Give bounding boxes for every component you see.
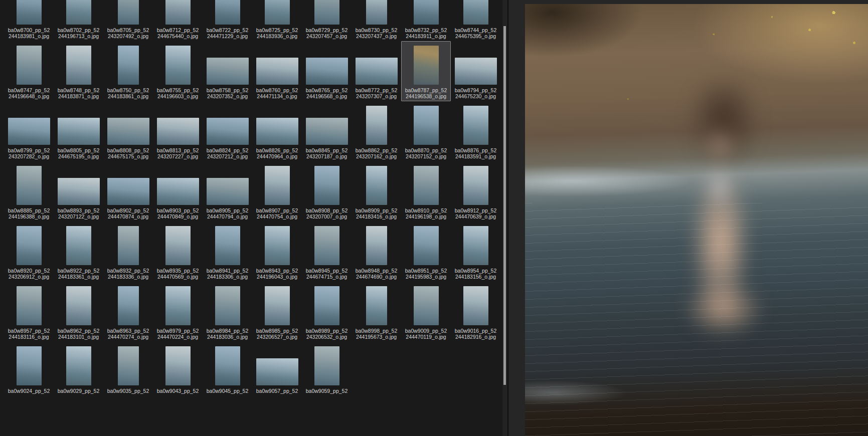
file-name-line1: ba0w8712_pp_52 [157, 27, 199, 33]
file-item[interactable]: ba0w8700_pp_52244183981_o.jpg [4, 0, 54, 41]
file-item[interactable]: ba0w8903_pp_52244470849_o.jpg [153, 161, 203, 222]
file-thumbnail [414, 286, 439, 325]
file-item[interactable]: ba0w8729_pp_52243207457_o.jpg [302, 0, 352, 41]
file-name-line1: ba0w8705_pp_52 [107, 27, 149, 33]
file-item[interactable]: ba0w8787_pp_52244196538_o.jpg [401, 41, 451, 101]
file-item[interactable]: ba0w8824_pp_52243207212_o.jpg [203, 101, 252, 161]
file-name-line2: 244182916_o.jpg [455, 334, 496, 340]
file-item[interactable]: ba0w8794_pp_52244675230_o.jpg [451, 41, 500, 101]
file-item[interactable]: ba0w8893_pp_52243207122_o.jpg [54, 161, 103, 222]
file-item[interactable]: ba0w8963_pp_52244470274_o.jpg [103, 282, 153, 342]
file-item[interactable]: ba0w8747_pp_52244196648_o.jpg [4, 41, 54, 101]
file-name-line1: ba0w8702_pp_52 [58, 27, 100, 33]
file-item[interactable]: ba0w8705_pp_52243207492_o.jpg [103, 0, 153, 41]
file-item[interactable]: ba0w8748_pp_52244183871_o.jpg [54, 41, 103, 101]
file-item[interactable]: ba0w8905_pp_52244470794_o.jpg [203, 161, 252, 222]
file-item[interactable]: ba0w8989_pp_52243206532_o.jpg [302, 282, 352, 342]
file-item[interactable]: ba0w8750_pp_52244183861_o.jpg [103, 41, 153, 101]
file-item[interactable]: ba0w8902_pp_52244470874_o.jpg [103, 161, 153, 222]
file-item[interactable]: ba0w8712_pp_52244675440_o.jpg [153, 0, 203, 41]
file-item[interactable]: ba0w8908_pp_52243207007_o.jpg [302, 161, 352, 222]
file-item[interactable]: ba0w8760_pp_52244471134_o.jpg [252, 41, 302, 101]
file-name-line2: 244195673_o.jpg [356, 334, 397, 340]
file-thumbnail [265, 166, 290, 205]
file-name-line1: ba0w8935_pp_52 [157, 268, 199, 274]
scrollbar-thumb[interactable] [503, 26, 506, 385]
file-item[interactable]: ba0w8755_pp_52244196603_o.jpg [153, 41, 203, 101]
file-item[interactable]: ba0w8826_pp_52244470964_o.jpg [252, 101, 302, 161]
file-item[interactable]: ba0w8948_pp_52244674690_o.jpg [352, 222, 401, 282]
file-item[interactable]: ba0w9045_pp_52244105528_o.jpg [203, 342, 252, 394]
file-item[interactable]: ba0w9043_pp_52244182786_o.jpg [153, 342, 203, 394]
file-item[interactable]: ba0w8945_pp_52244674715_o.jpg [302, 222, 352, 282]
file-name-line2: 243207187_o.jpg [306, 153, 347, 159]
file-item[interactable]: ba0w9029_pp_52243206362_o.jpg [54, 342, 103, 394]
file-item[interactable]: ba0w8985_pp_52243206527_o.jpg [252, 282, 302, 342]
file-item[interactable]: ba0w9059_pp_52243206222_o.jpg [302, 342, 352, 394]
file-name-line1: ba0w8805_pp_52 [58, 147, 100, 153]
file-item[interactable]: ba0w8702_pp_52244196713_o.jpg [54, 0, 103, 41]
file-item[interactable]: ba0w9035_pp_52244182806_o.jpg [103, 342, 153, 394]
file-name-line2: 244183116_o.jpg [9, 334, 49, 340]
file-item[interactable]: ba0w8957_pp_52244183116_o.jpg [4, 282, 54, 342]
file-name-line2: 243206532_o.jpg [306, 334, 347, 340]
file-name-line1: ba0w8750_pp_52 [107, 87, 149, 93]
file-item[interactable]: ba0w8765_pp_52244196568_o.jpg [302, 41, 352, 101]
file-item[interactable]: ba0w8805_pp_52244675195_o.jpg [54, 101, 103, 161]
file-item[interactable]: ba0w8885_pp_52244196388_o.jpg [4, 161, 54, 222]
file-item[interactable]: ba0w8962_pp_52244183101_o.jpg [54, 282, 103, 342]
file-item[interactable]: ba0w8920_pp_52243206912_o.jpg [4, 222, 54, 282]
file-item[interactable]: ba0w8979_pp_52244470224_o.jpg [153, 282, 203, 342]
file-name-line1: ba0w8893_pp_52 [58, 207, 100, 213]
scrollbar[interactable] [502, 0, 507, 436]
file-item[interactable]: ba0w8876_pp_52244183591_o.jpg [451, 101, 500, 161]
file-name-line2: 244675395_o.jpg [455, 33, 496, 39]
file-name-line1: ba0w9016_pp_52 [455, 328, 497, 334]
file-item[interactable]: ba0w8862_pp_52243207162_o.jpg [352, 101, 401, 161]
file-item[interactable]: ba0w8813_pp_52243207227_o.jpg [153, 101, 203, 161]
file-item[interactable]: ba0w8954_pp_52244183156_o.jpg [451, 222, 500, 282]
file-item[interactable]: ba0w8984_pp_52244183036_o.jpg [203, 282, 252, 342]
file-item[interactable]: ba0w8932_pp_52244183336_o.jpg [103, 222, 153, 282]
file-thumbnail [207, 118, 249, 145]
file-item[interactable]: ba0w8998_pp_52244195673_o.jpg [352, 282, 401, 342]
file-item[interactable]: ba0w9024_pp_52244674205_o.jpg [4, 342, 54, 394]
file-item[interactable]: ba0w8744_pp_52244675395_o.jpg [451, 0, 500, 41]
file-name-line1: ba0w8902_pp_52 [107, 207, 149, 213]
file-thumbnail [66, 286, 91, 325]
file-item[interactable]: ba0w8907_pp_52244470754_o.jpg [252, 161, 302, 222]
file-item[interactable]: ba0w8845_pp_52243207187_o.jpg [302, 101, 352, 161]
file-name-line2: 244196388_o.jpg [9, 213, 49, 220]
file-item[interactable]: ba0w8941_pp_52244183306_o.jpg [203, 222, 252, 282]
file-item[interactable]: ba0w9009_pp_52244470119_o.jpg [401, 282, 451, 342]
file-name-line2: 244470964_o.jpg [257, 153, 297, 159]
file-item[interactable]: ba0w8799_pp_52243207282_o.jpg [4, 101, 54, 161]
file-item[interactable]: ba0w8935_pp_52244470569_o.jpg [153, 222, 203, 282]
file-item[interactable]: ba0w8951_pp_52244195983_o.jpg [401, 222, 451, 282]
file-item[interactable]: ba0w8758_pp_52243207352_o.jpg [203, 41, 252, 101]
file-item[interactable]: ba0w8922_pp_52244183361_o.jpg [54, 222, 103, 282]
file-thumbnail [314, 0, 339, 25]
file-name-line1: ba0w8979_pp_52 [157, 328, 199, 334]
file-name-line2: 244470849_o.jpg [157, 213, 198, 220]
file-item[interactable]: ba0w8909_pp_52244183416_o.jpg [352, 161, 401, 222]
file-item[interactable]: ba0w9016_pp_52244182916_o.jpg [451, 282, 500, 342]
file-item[interactable]: ba0w8808_pp_52244675175_o.jpg [103, 101, 153, 161]
file-item[interactable]: ba0w8722_pp_52244471229_o.jpg [203, 0, 252, 41]
file-name-line1: ba0w8876_pp_52 [455, 147, 497, 153]
file-thumbnail [17, 166, 42, 205]
file-item[interactable]: ba0w8730_pp_52243207437_o.jpg [352, 0, 401, 41]
file-name-line1: ba0w8845_pp_52 [306, 147, 348, 153]
file-name-line2: 244183936_o.jpg [257, 33, 297, 39]
file-item[interactable]: ba0w8910_pp_52244196198_o.jpg [401, 161, 451, 222]
file-item[interactable]: ba0w9057_pp_52244674220_o.jpg [252, 342, 302, 394]
file-name-line2: 244471229_o.jpg [207, 33, 248, 39]
file-thumbnail [215, 0, 240, 25]
file-item[interactable]: ba0w8732_pp_52244183911_o.jpg [401, 0, 451, 41]
file-item[interactable]: ba0w8943_pp_52244196043_o.jpg [252, 222, 302, 282]
file-item[interactable]: ba0w8725_pp_52244183936_o.jpg [252, 0, 302, 41]
file-item[interactable]: ba0w8912_pp_52244470639_o.jpg [451, 161, 500, 222]
file-item[interactable]: ba0w8870_pp_52243207152_o.jpg [401, 101, 451, 161]
file-thumbnail [58, 178, 100, 205]
file-item[interactable]: ba0w8772_pp_52243207307_o.jpg [352, 41, 401, 101]
